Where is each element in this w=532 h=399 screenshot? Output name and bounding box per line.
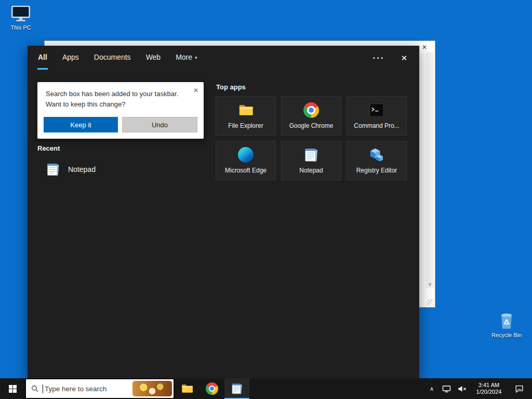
vertical-scrollbar[interactable]: ∨ [426,52,434,288]
recent-item-notepad[interactable]: Notepad [37,159,209,180]
scroll-down-icon[interactable]: ∨ [426,282,434,287]
top-app-google-chrome[interactable]: Google Chrome [281,96,341,136]
top-app-file-explorer[interactable]: File Explorer [216,96,276,136]
this-pc-icon [10,4,31,23]
tab-label: All [38,53,47,61]
taskbar-change-notification: ✕ Search box has been added to your task… [37,82,204,139]
desktop-icon-label: Recycle Bin [491,332,522,338]
notification-buttons: Keep it Undo [44,117,197,132]
taskbar-chrome[interactable] [200,378,224,399]
close-icon[interactable]: ✕ [422,44,427,50]
edge-icon [238,147,254,163]
tab-label: Documents [94,53,131,61]
file-explorer-icon [181,382,193,395]
top-apps-header: Top apps [216,83,246,91]
search-icon [31,385,39,393]
tab-web[interactable]: Web [145,46,162,70]
tab-label: Web [146,53,161,61]
tab-label: Apps [62,53,79,61]
close-button[interactable]: ✕ [395,51,413,65]
search-flyout: All Apps Documents Web More ▾ ··· ✕ ✕ Se… [28,46,419,378]
top-app-command-prompt[interactable]: Command Pro... [347,96,407,136]
tab-more[interactable]: More ▾ [175,46,197,70]
clock-time: 3:41 AM [478,382,499,389]
notepad-icon [231,382,243,395]
desktop: This PC Recycle Bin ✕ ∨ All Apps Documen… [0,0,532,399]
tab-label: More [176,53,192,61]
chrome-icon [206,382,218,395]
notification-text: Search box has been added to your taskba… [37,82,204,110]
tab-documents[interactable]: Documents [94,46,131,70]
notification-line1: Search box has been added to your taskba… [46,89,195,99]
keep-it-button[interactable]: Keep it [44,117,118,132]
action-center-button[interactable] [508,378,530,399]
chevron-down-icon: ▾ [195,55,197,60]
top-app-notepad[interactable]: Notepad [281,141,341,180]
chrome-icon [303,102,319,118]
top-app-microsoft-edge[interactable]: Microsoft Edge [216,141,276,180]
system-tray: ∧ 3:41 AM 1/20/2024 [425,378,532,399]
top-app-registry-editor[interactable]: Registry Editor [347,141,407,180]
resize-grip[interactable] [427,299,434,306]
close-icon[interactable]: ✕ [193,87,198,94]
desktop-icon-recycle-bin[interactable]: Recycle Bin [486,310,527,338]
desktop-icon-label: This PC [10,24,31,31]
recent-header: Recent [37,144,60,152]
undo-button[interactable]: Undo [122,117,197,132]
top-app-label: Command Pro... [354,122,399,129]
top-app-label: Registry Editor [356,167,397,174]
volume-muted-icon[interactable] [454,378,470,399]
tab-all[interactable]: All [37,46,48,70]
recycle-bin-icon [497,310,516,330]
more-options-button[interactable]: ··· [368,51,389,65]
notepad-icon [46,162,60,177]
registry-editor-icon [369,147,384,163]
desktop-icon-this-pc[interactable]: This PC [1,4,41,31]
taskbar: Type here to search ∧ 3:41 AM 1/20/2024 [0,378,532,399]
text-caret [43,384,43,393]
windows-logo-icon [9,385,17,393]
action-center-icon [515,385,524,393]
search-tabs: All Apps Documents Web More ▾ [37,46,198,71]
network-icon[interactable] [438,378,454,399]
start-button[interactable] [0,378,25,399]
command-prompt-icon [369,102,384,118]
taskbar-clock[interactable]: 3:41 AM 1/20/2024 [470,378,508,399]
speaker-mute-icon [458,385,467,393]
top-app-label: Google Chrome [289,122,334,129]
notification-line2: Want to keep this change? [46,99,195,110]
search-placeholder: Type here to search [45,385,132,393]
ethernet-icon [442,385,451,393]
recent-item-label: Notepad [68,165,96,174]
top-app-label: Notepad [299,167,323,174]
taskbar-notepad[interactable] [224,378,249,399]
top-app-label: Microsoft Edge [225,167,267,174]
file-explorer-icon [238,102,254,118]
taskbar-file-explorer[interactable] [175,378,200,399]
search-highlight-image[interactable] [132,381,172,396]
top-app-label: File Explorer [228,122,263,129]
tab-apps[interactable]: Apps [62,46,79,70]
taskbar-search-box[interactable]: Type here to search [25,378,175,399]
tray-chevron-icon[interactable]: ∧ [425,378,438,399]
notepad-icon [303,147,319,163]
clock-date: 1/20/2024 [476,389,502,395]
